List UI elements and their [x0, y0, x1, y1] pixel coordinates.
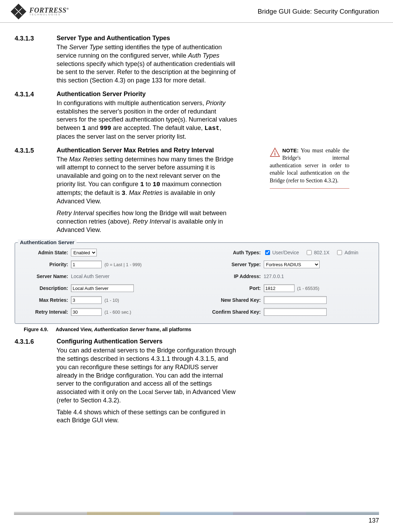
ip-address-value: 127.0.0.1: [264, 274, 284, 279]
section-number: 4.3.1.4: [15, 90, 57, 145]
body-text: The Max Retries setting determines how m…: [57, 155, 238, 206]
label-server-type: Server Type:: [202, 262, 264, 267]
brand-logo: FORTRESS® TECHNOLOGIES: [10, 3, 69, 20]
label-auth-types: Auth Types:: [202, 250, 264, 255]
section-number: 4.3.1.5: [15, 147, 57, 238]
port-hint: (1 - 65535): [297, 286, 320, 291]
label-admin-state: Admin State:: [19, 250, 71, 255]
label-ip-address: IP Address:: [202, 274, 264, 279]
description-input[interactable]: [71, 284, 134, 292]
brand-text: FORTRESS® TECHNOLOGIES: [29, 7, 69, 16]
section-4-3-1-5: 4.3.1.5 Authentication Server Max Retrie…: [15, 147, 379, 238]
body-text: Table 4.4 shows which of these settings …: [57, 408, 238, 425]
page-footer: 137: [0, 512, 393, 532]
label-description: Description:: [19, 285, 71, 291]
confirm-shared-key-input[interactable]: [264, 308, 327, 316]
server-type-select[interactable]: Fortress RADIUS: [264, 261, 320, 268]
figure-auth-server-frame: Authentication Server Admin State: Enabl…: [15, 242, 379, 324]
section-4-3-1-3: 4.3.1.3 Server Type and Authentication T…: [15, 35, 379, 88]
retry-interval-hint: (1 - 600 sec.): [104, 309, 131, 315]
section-title: Configuring Authentication Servers: [57, 338, 238, 345]
page-number: 137: [14, 517, 379, 524]
note-prefix: NOTE:: [282, 147, 299, 153]
body-text: In configurations with multiple authenti…: [57, 99, 238, 141]
note-body: You must enable the Bridge's internal au…: [270, 147, 349, 183]
section-4-3-1-6: 4.3.1.6 Configuring Authentication Serve…: [15, 338, 379, 428]
priority-hint: (0 = Last | 1 - 999): [104, 262, 141, 267]
page-title: Bridge GUI Guide: Security Configuration: [258, 8, 379, 15]
label-priority: Priority:: [19, 262, 71, 267]
new-shared-key-input[interactable]: [264, 296, 327, 304]
section-title: Authentication Server Priority: [57, 90, 238, 98]
warning-triangle-icon: i: [270, 147, 280, 159]
auth-user-device-checkbox[interactable]: User/Device: [264, 249, 299, 256]
brand-name: FORTRESS: [29, 6, 66, 14]
retry-interval-input[interactable]: [71, 308, 102, 316]
body-text: The Server Type setting identifies the t…: [57, 43, 238, 85]
label-new-shared-key: New Shared Key:: [202, 297, 264, 303]
label-port: Port:: [202, 285, 264, 291]
diamond-logo-icon: [10, 3, 27, 20]
body-text: Retry Interval specifies how long the Br…: [57, 209, 238, 234]
label-confirm-shared-key: Confirm Shared Key:: [202, 309, 264, 315]
server-name-value: Local Auth Server: [71, 274, 110, 279]
body-text: You can add external servers to the Brid…: [57, 347, 238, 405]
max-retries-input[interactable]: [71, 296, 102, 304]
section-title: Authentication Server Max Retries and Re…: [57, 147, 238, 154]
registered-icon: ®: [66, 7, 69, 11]
label-server-name: Server Name:: [19, 274, 71, 279]
auth-8021x-checkbox[interactable]: 802.1X: [305, 249, 329, 256]
section-title: Server Type and Authentication Types: [57, 35, 238, 42]
figure-caption: Figure 4.9. Advanced View, Authenticatio…: [24, 327, 379, 332]
footer-accent-bar: [14, 512, 379, 515]
max-retries-hint: (1 - 10): [104, 298, 119, 303]
margin-note: i NOTE: You must enable the Bridge's int…: [270, 147, 349, 189]
priority-input[interactable]: [71, 261, 102, 268]
admin-state-select[interactable]: Enabled: [71, 249, 97, 256]
label-retry-interval: Retry Interval:: [19, 309, 71, 315]
page-header: FORTRESS® TECHNOLOGIES Bridge GUI Guide:…: [0, 0, 393, 23]
auth-admin-checkbox[interactable]: Admin: [336, 249, 358, 256]
label-max-retries: Max Retries:: [19, 297, 71, 303]
section-4-3-1-4: 4.3.1.4 Authentication Server Priority I…: [15, 90, 379, 145]
svg-text:i: i: [274, 151, 276, 156]
port-input[interactable]: [264, 284, 294, 292]
section-number: 4.3.1.3: [15, 35, 57, 88]
section-number: 4.3.1.6: [15, 338, 57, 428]
fieldset-legend: Authentication Server: [18, 239, 77, 245]
